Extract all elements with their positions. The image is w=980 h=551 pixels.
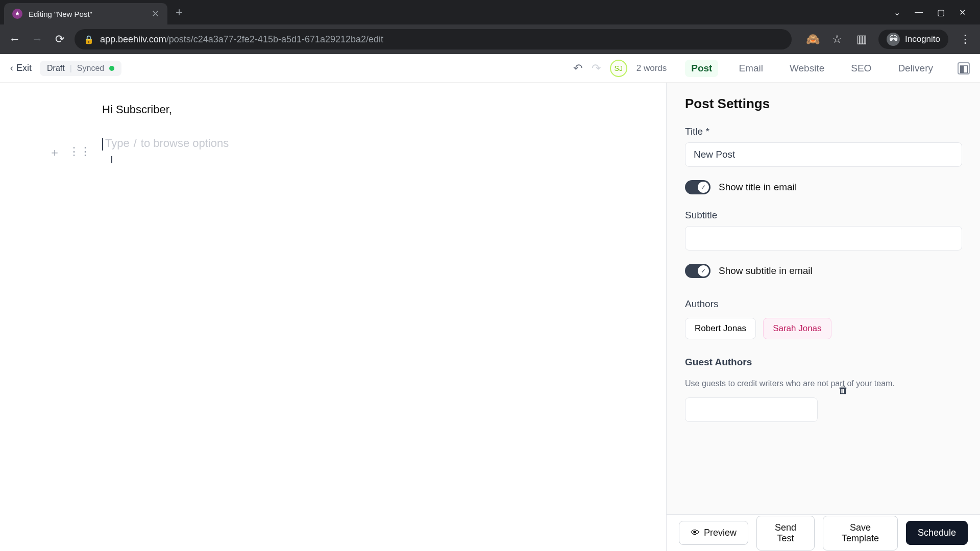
tab-post[interactable]: Post [685,60,718,77]
show-subtitle-toggle[interactable]: ✓ [685,264,710,278]
editor-area[interactable]: Hi Subscriber, Type / to browse options … [0,83,666,551]
authors-label: Authors [685,298,962,310]
greeting-line[interactable]: Hi Subscriber, [102,103,470,116]
show-title-label: Show title in email [719,182,797,193]
add-block-button[interactable]: ＋ [49,145,60,160]
subtitle-input[interactable] [685,226,962,251]
toggle-panel-button[interactable]: ◧ [958,62,970,74]
guest-authors-desc: Use guests to credit writers who are not… [685,379,962,388]
tab-email[interactable]: Email [732,60,769,77]
incognito-label: Incognito [905,34,940,44]
undo-button[interactable]: ↶ [573,62,582,75]
preview-button[interactable]: 👁Preview [679,521,748,545]
send-test-button[interactable]: Send Test [756,516,815,550]
drag-handle-icon[interactable]: ⋮⋮ [68,145,91,160]
title-input[interactable] [685,142,962,167]
tab-seo[interactable]: SEO [845,60,877,77]
editor-topbar: ‹ Exit Draft | Synced ↶ ↷ SJ 2 words Pos… [0,54,980,83]
author-chip[interactable]: Robert Jonas [685,318,756,339]
show-title-toggle[interactable]: ✓ [685,180,710,194]
url-box[interactable]: 🔒 app.beehiiv.com/posts/c24a3a77-2fe2-41… [75,29,792,49]
guest-author-input[interactable] [685,397,818,422]
window-controls: ⌄ ― ▢ ✕ [894,8,976,17]
tab-strip: Editing "New Post" ✕ + ⌄ ― ▢ ✕ [0,0,980,24]
tab-title: Editing "New Post" [29,10,145,18]
url-text: app.beehiiv.com/posts/c24a3a77-2fe2-415b… [100,34,383,45]
ibeam-cursor-icon: I [110,154,113,166]
save-template-button[interactable]: Save Template [823,516,898,550]
placeholder-suffix: to browse options [141,137,229,150]
preview-label: Preview [704,528,737,538]
placeholder-line[interactable]: Type / to browse options [102,137,470,150]
favicon-icon [12,9,22,19]
panel-icon[interactable]: ▥ [854,32,869,47]
schedule-button[interactable]: Schedule [906,521,968,545]
status-separator: | [70,64,72,73]
browser-chrome: Editing "New Post" ✕ + ⌄ ― ▢ ✕ ← → ⟳ 🔒 a… [0,0,980,54]
back-button[interactable]: ← [7,32,22,47]
close-icon[interactable]: ✕ [152,8,159,19]
check-icon: ✓ [698,265,709,277]
star-icon[interactable]: ☆ [829,32,845,47]
check-icon: ✓ [698,182,709,193]
status-synced: Synced [77,64,104,73]
author-chip[interactable]: Sarah Jonas [763,318,831,339]
eye-icon: 👁 [691,528,700,538]
new-tab-button[interactable]: + [176,5,183,19]
placeholder-prefix: Type [105,137,130,150]
status-draft: Draft [47,64,65,73]
incognito-icon: 🕶 [887,33,900,46]
reload-button[interactable]: ⟳ [52,32,67,47]
close-window-icon[interactable]: ✕ [959,8,966,17]
tab-delivery[interactable]: Delivery [892,60,939,77]
word-count: 2 words [636,63,667,73]
show-subtitle-label: Show subtitle in email [719,265,813,277]
editor-content[interactable]: Hi Subscriber, Type / to browse options [102,103,470,150]
trash-icon[interactable]: 🗑 [838,384,848,396]
tab-website[interactable]: Website [783,60,830,77]
line-tools: ＋ ⋮⋮ [49,145,91,160]
forward-button[interactable]: → [30,32,45,47]
avatar[interactable]: SJ [610,60,627,77]
chevron-left-icon: ‹ [10,63,13,73]
exit-label: Exit [16,63,32,73]
placeholder-slash: / [134,137,137,150]
kebab-menu-icon[interactable]: ⋮ [958,32,973,47]
eye-off-icon[interactable]: 🙈 [805,32,820,47]
status-pill: Draft | Synced [40,61,121,76]
authors-list: Robert Jonas Sarah Jonas [685,318,962,339]
maximize-icon[interactable]: ▢ [937,8,945,17]
guest-authors-label: Guest Authors [685,357,962,368]
subtitle-label: Subtitle [685,210,962,221]
redo-button[interactable]: ↷ [592,62,601,75]
settings-panel: Post Settings Title * ✓ Show title in em… [667,83,980,514]
sync-dot-icon [109,66,114,71]
address-bar: ← → ⟳ 🔒 app.beehiiv.com/posts/c24a3a77-2… [0,24,980,54]
footer-actions: 👁Preview Send Test Save Template Schedul… [667,514,980,551]
incognito-badge[interactable]: 🕶 Incognito [878,30,948,49]
exit-button[interactable]: ‹ Exit [10,63,32,73]
app: ‹ Exit Draft | Synced ↶ ↷ SJ 2 words Pos… [0,54,980,551]
chevron-down-icon[interactable]: ⌄ [894,8,900,17]
panel-title: Post Settings [685,96,962,112]
title-label: Title * [685,126,962,137]
text-cursor [102,138,103,151]
browser-tab[interactable]: Editing "New Post" ✕ [4,3,167,24]
minimize-icon[interactable]: ― [915,8,923,17]
settings-tabs: Post Email Website SEO Delivery [685,60,939,77]
main: Hi Subscriber, Type / to browse options … [0,83,980,551]
lock-icon: 🔒 [84,35,94,44]
